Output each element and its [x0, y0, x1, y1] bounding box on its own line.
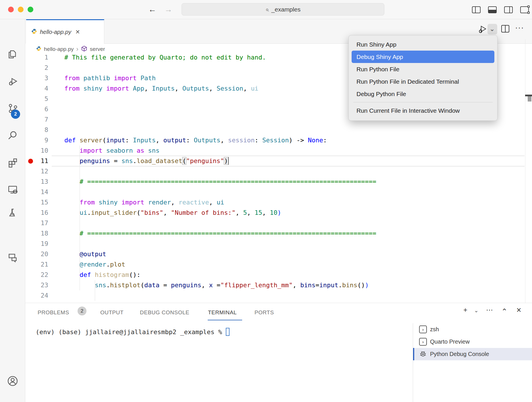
zoom-window-button[interactable] — [28, 7, 33, 12]
panel-action-more-actions-icon[interactable]: ⋯ — [486, 306, 493, 314]
panel-tab-ports[interactable]: PORTS — [255, 309, 274, 316]
code-line[interactable]: 16 ui.input_slider("bins", "Number of bi… — [25, 208, 525, 218]
code-line[interactable]: 19 — [25, 239, 525, 249]
code-line[interactable]: 9def server(input: Inputs, output: Outpu… — [25, 135, 525, 146]
menu-item-run-python-file-in-dedicated-terminal[interactable]: Run Python File in Dedicated Terminal — [352, 75, 494, 88]
minimap-slider[interactable] — [528, 96, 531, 102]
token: ( — [140, 282, 144, 289]
command-center-search[interactable]: ⌕ _examples — [182, 3, 384, 16]
menu-item-run-python-file[interactable]: Run Python File — [352, 63, 494, 75]
menu-item-debug-shiny-app[interactable]: Debug Shiny App — [352, 51, 494, 63]
code-line[interactable]: 22 def histogram(): — [25, 270, 525, 280]
code-line[interactable]: 12 — [25, 166, 525, 177]
close-window-button[interactable] — [8, 7, 14, 12]
token — [64, 271, 80, 278]
sidebar-item-explorer[interactable] — [6, 47, 20, 61]
sidebar-item-run-debug[interactable] — [6, 74, 20, 88]
line-number: 4 — [25, 83, 48, 94]
token: () — [129, 271, 137, 278]
code-line[interactable]: 11 penguins = sns.load_dataset("penguins… — [25, 156, 525, 166]
split-editor-icon[interactable] — [501, 25, 509, 32]
token — [64, 261, 80, 268]
token — [64, 178, 80, 185]
breadcrumb-file[interactable]: hello-app.py — [44, 46, 74, 52]
minimize-window-button[interactable] — [18, 7, 24, 12]
toggle-primary-sidebar-icon[interactable] — [472, 6, 481, 13]
line-number: 22 — [25, 270, 48, 280]
customize-layout-icon[interactable] — [520, 6, 529, 13]
code-line[interactable]: 20 @output — [25, 249, 525, 259]
terminal-list-item-python-debug-console[interactable]: Python Debug Console — [413, 348, 532, 360]
line-number: 8 — [25, 125, 48, 135]
token — [76, 137, 80, 144]
toggle-panel-icon[interactable] — [488, 6, 497, 13]
toggle-secondary-sidebar-icon[interactable] — [504, 6, 513, 13]
token: = — [213, 282, 221, 289]
code-line[interactable]: 21 @render.plot — [25, 259, 525, 270]
tab-close-icon[interactable]: ✕ — [75, 28, 80, 35]
token: ui — [217, 199, 224, 206]
debug-run-icon[interactable] — [477, 24, 488, 36]
code-text: sns.histplot(data = penguins, x ="flippe… — [64, 280, 369, 290]
menu-item-run-current-file-in-interactive-window[interactable]: Run Current File in Interactive Window — [352, 104, 494, 117]
token: 5 — [243, 209, 247, 216]
token: reactive — [178, 199, 209, 206]
token: from — [64, 85, 80, 92]
panel-action-maximize-panel-icon[interactable]: ⌃ — [501, 307, 508, 316]
code-line[interactable]: 14 — [25, 187, 525, 197]
menu-item-run-shiny-app[interactable]: Run Shiny App — [352, 38, 494, 51]
token: . — [106, 261, 110, 268]
breadcrumb-symbol[interactable]: server — [90, 46, 105, 52]
token: () — [357, 282, 365, 289]
token: ui — [80, 209, 87, 216]
code-line[interactable]: 10 import seaborn as sns — [25, 146, 525, 156]
tab-hello-app[interactable]: hello-app.py ✕ — [26, 19, 104, 44]
sidebar-item-account[interactable] — [6, 374, 20, 388]
code-line[interactable]: 8 — [25, 125, 525, 135]
sidebar-item-search[interactable] — [6, 129, 20, 142]
token — [64, 209, 80, 216]
code-line[interactable]: 18 # ===================================… — [25, 228, 525, 239]
terminal-list-item-quarto-preview[interactable]: ›Quarto Preview — [413, 336, 532, 348]
token: from — [64, 74, 80, 82]
code-line[interactable]: 24 — [25, 290, 525, 301]
token: import — [80, 147, 102, 154]
panel-action-close-panel-icon[interactable]: ✕ — [516, 307, 521, 314]
panel-tab-output[interactable]: OUTPUT — [100, 309, 124, 316]
token — [144, 199, 148, 206]
minimap — [525, 39, 525, 303]
code-line[interactable]: 13 # ===================================… — [25, 177, 525, 187]
menu-item-debug-python-file[interactable]: Debug Python File — [352, 88, 494, 100]
terminal-list-item-zsh[interactable]: ›zsh — [413, 323, 532, 336]
sidebar-item-remote-explorer[interactable] — [6, 183, 20, 196]
line-number: 17 — [25, 218, 48, 228]
symbol-cube-icon — [81, 45, 87, 53]
token: , — [247, 209, 255, 216]
bottom-panel: PROBLEMS2OUTPUTDEBUG CONSOLETERMINALPORT… — [25, 303, 532, 402]
sidebar-item-testing[interactable] — [6, 206, 20, 220]
sidebar-item-extensions[interactable] — [6, 156, 20, 169]
panel-tab-terminal[interactable]: TERMINAL — [208, 309, 237, 316]
run-dropdown-chevron-icon[interactable]: ⌄ — [489, 25, 495, 33]
line-number: 24 — [25, 290, 48, 301]
back-icon[interactable]: ← — [148, 5, 156, 14]
sidebar-item-comments[interactable] — [6, 250, 20, 264]
code-text: ui.input_slider("bins", "Number of bins:… — [64, 208, 281, 218]
editor-more-actions-icon[interactable]: ··· — [515, 23, 524, 32]
panel-tab-problems[interactable]: PROBLEMS — [38, 309, 69, 316]
terminal-prompt[interactable]: (env) (base) jjallaire@jjallairesmbp2 _e… — [36, 328, 230, 336]
code-text: # ======================================… — [64, 177, 376, 187]
panel-tab-debug-console[interactable]: DEBUG CONSOLE — [140, 309, 189, 316]
panel-action-launch-profile-icon[interactable]: ⌄ — [474, 307, 479, 314]
run-options-menu: Run Shiny AppDebug Shiny AppRun Python F… — [348, 35, 498, 121]
forward-icon[interactable]: → — [164, 5, 172, 14]
tab-label: hello-app.py — [40, 29, 71, 35]
token — [64, 250, 80, 258]
code-line[interactable]: 17 — [25, 218, 525, 228]
code-line[interactable]: 15 from shiny import render, reactive, u… — [25, 197, 525, 208]
token: def — [80, 271, 91, 278]
token: data — [144, 282, 159, 289]
token: from — [80, 199, 95, 206]
panel-action-new-terminal-icon[interactable]: + — [463, 306, 467, 314]
code-line[interactable]: 23 sns.histplot(data = penguins, x ="fli… — [25, 280, 525, 290]
